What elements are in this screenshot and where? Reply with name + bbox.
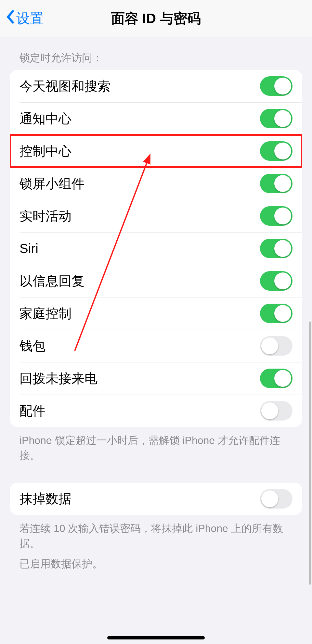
- row-8[interactable]: 钱包: [10, 330, 302, 362]
- navbar: 设置 面容 ID 与密码: [0, 0, 312, 37]
- switch-5[interactable]: [260, 239, 292, 258]
- row-label: 回拨未接来电: [20, 370, 98, 387]
- row-2[interactable]: 控制中心: [10, 135, 302, 167]
- row-label: 抹掉数据: [20, 490, 72, 508]
- row-9[interactable]: 回拨未接来电: [10, 362, 302, 395]
- back-label: 设置: [16, 9, 44, 28]
- row-label: 钱包: [20, 337, 46, 355]
- switch-erase-data[interactable]: [260, 489, 292, 509]
- row-label: Siri: [20, 241, 38, 256]
- row-7[interactable]: 家庭控制: [10, 297, 302, 330]
- row-6[interactable]: 以信息回复: [10, 265, 302, 297]
- row-label: 实时活动: [20, 207, 72, 225]
- row-erase-data[interactable]: 抹掉数据: [10, 483, 302, 515]
- home-indicator[interactable]: [107, 636, 205, 639]
- chevron-left-icon: [6, 10, 14, 27]
- switch-7[interactable]: [260, 304, 292, 323]
- section-footer-accessories: iPhone 锁定超过一小时后，需解锁 iPhone 才允许配件连接。: [10, 427, 302, 466]
- section-footer-protection: 已启用数据保护。: [10, 554, 302, 575]
- switch-4[interactable]: [260, 206, 292, 226]
- switch-3[interactable]: [260, 174, 292, 193]
- page-title: 面容 ID 与密码: [111, 9, 201, 28]
- section-footer-erase: 若连续 10 次输入错误密码，将抹掉此 iPhone 上的所有数据。: [10, 515, 302, 554]
- switch-8[interactable]: [260, 336, 292, 356]
- switch-10[interactable]: [260, 401, 292, 421]
- row-0[interactable]: 今天视图和搜索: [10, 70, 302, 102]
- switch-2[interactable]: [260, 141, 292, 161]
- row-label: 通知中心: [20, 110, 72, 128]
- section-header-allow-access: 锁定时允许访问：: [10, 37, 302, 70]
- switch-1[interactable]: [260, 109, 292, 128]
- row-10[interactable]: 配件: [10, 395, 302, 427]
- row-5[interactable]: Siri: [10, 232, 302, 265]
- switch-0[interactable]: [260, 76, 292, 96]
- allow-access-group: 今天视图和搜索通知中心控制中心锁屏小组件实时活动Siri以信息回复家庭控制钱包回…: [10, 70, 302, 427]
- switch-6[interactable]: [260, 271, 292, 291]
- row-1[interactable]: 通知中心: [10, 102, 302, 135]
- row-label: 锁屏小组件: [20, 175, 84, 193]
- row-3[interactable]: 锁屏小组件: [10, 167, 302, 200]
- row-4[interactable]: 实时活动: [10, 200, 302, 232]
- back-button[interactable]: 设置: [6, 9, 44, 28]
- row-label: 配件: [20, 402, 46, 420]
- switch-9[interactable]: [260, 369, 292, 388]
- row-label: 控制中心: [20, 142, 72, 160]
- scrollbar[interactable]: [309, 322, 311, 585]
- row-label: 以信息回复: [20, 272, 84, 290]
- row-label: 今天视图和搜索: [20, 77, 110, 95]
- row-label: 家庭控制: [20, 305, 72, 322]
- erase-data-group: 抹掉数据: [10, 483, 302, 515]
